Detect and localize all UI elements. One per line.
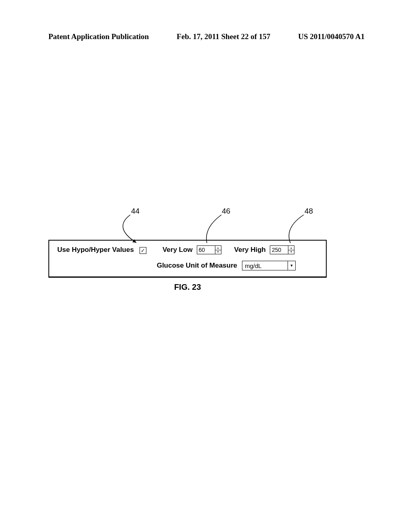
use-hypo-hyper-checkbox[interactable]: ✓ <box>140 247 146 254</box>
spinner-down-icon[interactable]: ▼ <box>215 250 221 254</box>
spinner-up-icon[interactable]: ▲ <box>215 246 221 250</box>
very-high-label: Very High <box>234 246 266 254</box>
very-low-label: Very Low <box>163 246 193 254</box>
header-right: US 2011/0040570 A1 <box>298 32 413 41</box>
callout-46-label: 46 <box>222 207 230 216</box>
figure-container: 44 46 48 Use Hypo/Hyper Values ✓ Very Lo… <box>48 240 327 292</box>
chevron-down-icon[interactable]: ▼ <box>288 261 295 270</box>
glucose-unit-value: mg/dL <box>242 261 288 270</box>
very-high-spinner-buttons[interactable]: ▲ ▼ <box>288 246 294 254</box>
very-high-value[interactable]: 250 <box>270 246 288 254</box>
figure-label: FIG. 23 <box>48 283 327 292</box>
header-left: Patent Application Publication <box>0 32 149 41</box>
very-low-value[interactable]: 60 <box>197 246 215 254</box>
callout-44-label: 44 <box>131 207 140 216</box>
row-hypo-hyper: Use Hypo/Hyper Values ✓ Very Low 60 ▲ ▼ … <box>57 245 318 254</box>
header-center: Feb. 17, 2011 Sheet 22 of 157 <box>177 32 270 41</box>
spinner-down-icon[interactable]: ▼ <box>288 250 294 254</box>
page-header: Patent Application Publication Feb. 17, … <box>0 32 413 41</box>
settings-panel: Use Hypo/Hyper Values ✓ Very Low 60 ▲ ▼ … <box>48 240 327 278</box>
very-high-spinner[interactable]: 250 ▲ ▼ <box>270 245 294 254</box>
very-low-spinner-buttons[interactable]: ▲ ▼ <box>215 246 221 254</box>
use-hypo-hyper-label: Use Hypo/Hyper Values <box>57 246 134 254</box>
spinner-up-icon[interactable]: ▲ <box>288 246 294 250</box>
row-unit: Glucose Unit of Measure mg/dL ▼ <box>57 261 318 270</box>
glucose-unit-dropdown[interactable]: mg/dL ▼ <box>242 261 296 270</box>
glucose-unit-label: Glucose Unit of Measure <box>157 262 237 270</box>
callout-48-label: 48 <box>305 207 313 216</box>
very-low-spinner[interactable]: 60 ▲ ▼ <box>197 245 221 254</box>
